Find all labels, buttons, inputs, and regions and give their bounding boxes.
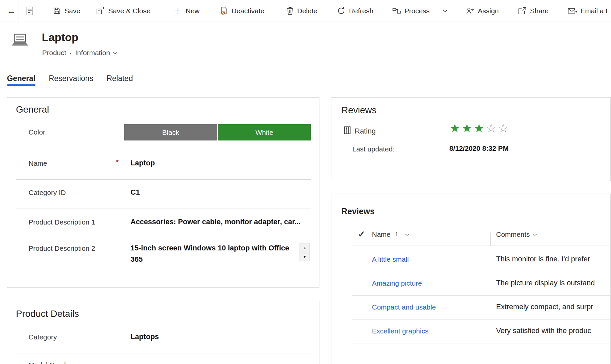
product-details-section-card: Product Details Category Laptops Model N… (7, 301, 319, 364)
color-option-set: Black White (124, 124, 311, 140)
row-divider (352, 295, 611, 296)
star-icon: ★ (474, 122, 486, 135)
row-divider (352, 343, 611, 343)
color-field-label: Color (29, 128, 45, 136)
row-divider (352, 319, 611, 319)
refresh-label: Refresh (349, 7, 374, 15)
rating-field-label: Rating (355, 127, 376, 136)
deactivate-label: Deactivate (231, 7, 264, 15)
email-link-label: Email a L (580, 7, 610, 15)
assign-button[interactable]: Assign (466, 0, 499, 22)
review-name-link[interactable]: Excellent graphics (372, 327, 428, 335)
review-comment-cell: Very satisfied with the produc (496, 326, 611, 335)
save-and-close-button[interactable]: Save & Close (96, 0, 150, 22)
chevron-down-icon[interactable] (405, 233, 409, 236)
scroll-down-icon[interactable]: ▼ (300, 252, 309, 261)
reviews-subgrid-title: Reviews (341, 207, 375, 216)
delete-button[interactable]: Delete (287, 0, 317, 22)
divider (16, 353, 311, 353)
select-all-checkmark-icon[interactable]: ✓ (358, 229, 365, 239)
review-comment-cell: This monitor is fine. I'd prefer (496, 255, 611, 263)
save-and-close-label: Save & Close (108, 7, 150, 15)
form-selector-button[interactable] (19, 0, 41, 22)
trash-icon (287, 7, 294, 15)
form-selector[interactable]: Information (75, 49, 118, 57)
general-section-title: General (16, 104, 49, 115)
process-label: Process (404, 7, 430, 15)
process-button[interactable]: Process (393, 0, 430, 22)
tab-reservations[interactable]: Reservations (49, 70, 93, 86)
category-id-field-value[interactable]: C1 (131, 188, 140, 197)
review-comment-cell: The picture display is outstand (496, 279, 611, 287)
process-dropdown-chevron[interactable] (443, 0, 448, 22)
product-description-2-value[interactable]: 15-inch screen Windows 10 laptop with Of… (131, 242, 298, 262)
back-arrow-icon: ← (7, 6, 16, 16)
row-divider (352, 271, 611, 271)
product-description-1-value[interactable]: Accessories: Power cable, monitor adapte… (131, 218, 310, 226)
page-title: Laptop (42, 31, 78, 44)
save-label: Save (64, 7, 80, 15)
new-button[interactable]: New (174, 0, 200, 22)
share-label: Share (530, 7, 549, 15)
required-asterisk: * (116, 158, 119, 166)
tab-bar: General Reservations Related (7, 70, 133, 86)
assign-icon (466, 7, 474, 15)
divider (16, 268, 311, 268)
laptop-entity-icon (11, 33, 29, 49)
share-icon (518, 7, 526, 15)
divider (16, 179, 311, 180)
delete-label: Delete (297, 7, 317, 15)
category-field-value[interactable]: Laptops (131, 332, 159, 341)
save-icon (53, 7, 61, 15)
review-comment-cell: Extremely compact, and surpr (496, 303, 611, 311)
review-name-link[interactable]: A little small (372, 255, 409, 263)
plus-icon (174, 7, 182, 15)
email-icon (568, 7, 577, 15)
chevron-down-icon (113, 51, 118, 54)
star-icon: ★ (450, 122, 462, 135)
back-button[interactable]: ← (5, 0, 18, 22)
save-button[interactable]: Save (53, 0, 80, 22)
category-id-field-label: Category ID (29, 189, 66, 197)
column-header-name[interactable]: Name (372, 230, 391, 238)
last-updated-value: 8/12/2020 8:32 PM (449, 144, 509, 152)
divider (16, 238, 311, 238)
review-name-link[interactable]: Amazing picture (372, 279, 422, 287)
color-option-white[interactable]: White (218, 124, 311, 140)
dot-separator: · (69, 49, 72, 57)
chevron-down-icon (443, 9, 448, 12)
color-option-black[interactable]: Black (124, 124, 217, 140)
refresh-icon (337, 7, 345, 15)
email-link-button[interactable]: Email a L (568, 0, 610, 22)
name-field-label: Name (29, 159, 47, 167)
process-flow-icon (393, 7, 401, 15)
header-divider (352, 245, 611, 245)
tab-general[interactable]: General (7, 70, 36, 86)
entity-type-label: Product (42, 49, 66, 57)
last-updated-label: Last updated: (352, 145, 394, 153)
command-bar: ← Save Save & Close New (0, 0, 611, 22)
product-description-2-label: Product Description 2 (29, 244, 95, 252)
tab-related[interactable]: Related (107, 70, 133, 86)
column-header-comments[interactable]: Comments (496, 230, 530, 238)
reviews-summary-title: Reviews (341, 105, 377, 116)
record-subtitle: Product · Information (42, 49, 118, 57)
new-label: New (186, 7, 200, 15)
review-name-link[interactable]: Compact and usable (372, 303, 436, 311)
model-number-field-label: Model Number (29, 361, 74, 364)
column-divider (490, 232, 491, 246)
field-scrollbar[interactable]: ▲ ▼ (300, 243, 310, 261)
star-icon: ☆ (486, 122, 498, 135)
scroll-up-icon[interactable]: ▲ (300, 243, 309, 252)
star-icon: ★ (462, 122, 474, 135)
rating-stars: ★★★☆☆ (450, 122, 510, 134)
share-button[interactable]: Share (518, 0, 549, 22)
category-field-label: Category (29, 333, 57, 341)
deactivate-icon (220, 7, 228, 15)
refresh-button[interactable]: Refresh (337, 0, 374, 22)
product-details-section-title: Product Details (16, 309, 79, 319)
deactivate-button[interactable]: Deactivate (220, 0, 264, 22)
chevron-down-icon[interactable] (533, 233, 537, 236)
name-field-value[interactable]: Laptop (131, 159, 155, 167)
general-section-card: General Color Black White Name * Laptop … (7, 97, 319, 288)
